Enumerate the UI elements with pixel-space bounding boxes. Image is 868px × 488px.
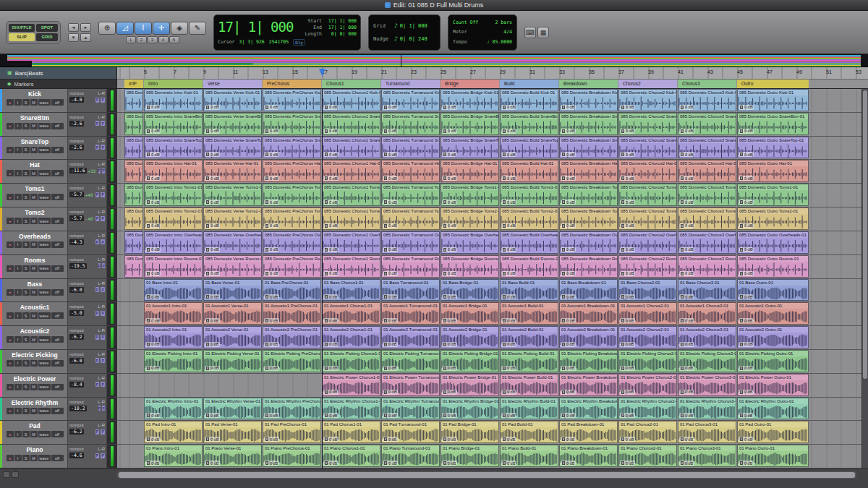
clip-gain-badge[interactable]: 0 dB <box>323 390 339 395</box>
clip-gain-badge[interactable]: 0 dB <box>620 461 635 466</box>
clip-gain-badge[interactable]: 0 dB <box>442 176 457 181</box>
audio-clip[interactable]: 085 Domestic PreChorus SnareBtm-01 0 dB <box>263 113 321 135</box>
clip-gain-badge[interactable]: 0 dB <box>501 105 516 110</box>
track-view-selector[interactable]: wave <box>38 431 51 437</box>
track-header[interactable]: Bass ● I S M wave off <box>0 279 68 302</box>
audio-clip[interactable]: 01 Piano Build-01 0 dB <box>500 445 558 467</box>
audio-clip[interactable]: 01 Acoustic1 Build-01 0 dB <box>500 302 558 325</box>
audio-clip[interactable]: 085 Domestic Verse Toms1-01 0 dB <box>203 184 262 206</box>
clip-gain-badge[interactable]: 0 dB <box>679 271 694 276</box>
audio-clip[interactable]: 085 Domestic Chorus3 Hat-01 0 dB <box>678 160 736 182</box>
track-output-path[interactable]: L-R <box>98 234 105 238</box>
audio-clip[interactable]: 085 Domestic Outro Rooms-01 0 dB <box>737 255 809 278</box>
clip-gain-badge[interactable]: 0 dB <box>323 294 339 299</box>
track-name[interactable]: Acoustic2 <box>2 328 67 335</box>
marker-section[interactable]: Chorus3 <box>678 80 736 88</box>
clip-gain-badge[interactable]: 0 dB <box>205 294 220 299</box>
track-volume-value[interactable]: -10.2 <box>69 406 87 411</box>
track-lane[interactable]: 01 Acoustic2 Intro-01 0 dB 01 Acoustic2 … <box>117 326 868 350</box>
audio-clip[interactable]: 085 Domestic Outro Hat-01 0 dB <box>737 160 809 182</box>
clip-gain-badge[interactable]: 0 dB <box>264 461 279 466</box>
clip-gain-badge[interactable]: 0 dB <box>501 271 516 276</box>
clip-gain-badge[interactable]: 0 dB <box>264 294 279 299</box>
pan-automation-button[interactable]: P <box>101 311 105 316</box>
audio-clip[interactable]: 01 Acoustic1 Intro-01 0 dB <box>144 302 203 325</box>
audio-clip[interactable]: 085 Domestic Bridge Rooms-01 0 dB <box>441 255 499 278</box>
clip-gain-badge[interactable]: 0 dB <box>561 176 576 181</box>
mute-button[interactable]: M <box>30 431 38 437</box>
track-lane[interactable]: 01 Piano Intro-01 0 dB 01 Piano Verse-01… <box>117 445 868 468</box>
clip-gain-badge[interactable]: 0 dB <box>501 461 516 466</box>
clip-gain-badge[interactable]: 0 dB <box>442 152 457 157</box>
track-name[interactable]: Hat <box>2 161 67 168</box>
clip-gain-badge[interactable]: 0 dB <box>383 271 398 276</box>
record-enable-button[interactable]: ● <box>7 170 14 176</box>
clip-gain-badge[interactable]: 0 dB <box>383 437 398 442</box>
audio-clip[interactable]: 01 Electric Picking Breakdown-01 0 dB <box>559 350 618 372</box>
input-monitor-button[interactable]: I <box>14 194 22 200</box>
audio-clip[interactable]: 085 Domestic Chorus1 Hat-01 0 dB <box>322 160 380 182</box>
track-output-path[interactable]: L-R <box>98 257 105 262</box>
track-name[interactable]: Kick <box>2 90 67 98</box>
track-input-path[interactable]: noinput <box>69 400 84 404</box>
grid-view-icon[interactable]: ▦ <box>537 27 549 38</box>
clip-gain-badge[interactable]: 0 dB <box>205 105 220 110</box>
length-value[interactable]: 0| 0| 000 <box>325 31 357 37</box>
track-view-selector[interactable]: wave <box>38 99 51 106</box>
audio-clip[interactable]: 01 Acoustic1 Turnaround-01 0 dB <box>381 302 440 325</box>
start-value[interactable]: 17| 1| 000 <box>325 18 357 24</box>
clip-gain-badge[interactable]: 0 dB <box>620 176 635 181</box>
track-header[interactable]: Rooms ● I S M wave off <box>0 255 68 278</box>
track-lane[interactable]: 085 Domestic IntF Toms2-01 085 Domestic … <box>117 207 868 231</box>
pan-automation-button[interactable]: P <box>95 429 100 435</box>
clip-gain-badge[interactable]: 0 dB <box>442 413 457 418</box>
audio-clip[interactable]: 01 Electric Rhythm Verse-01 0 dB <box>203 398 262 420</box>
clip-gain-badge[interactable]: 0 dB <box>561 437 576 442</box>
pan-automation-button[interactable]: P <box>98 263 101 268</box>
clip-gain-badge[interactable]: 0 dB <box>205 366 220 371</box>
audio-clip[interactable]: 085 Domestic IntF Hat-01 <box>124 160 143 182</box>
input-monitor-button[interactable]: I <box>14 336 22 343</box>
pan-automation-button[interactable]: P <box>102 406 105 411</box>
audio-clip[interactable]: 01 Electric Rhythm Chorus3-01 0 dB <box>678 398 736 420</box>
solo-button[interactable]: S <box>22 455 30 461</box>
automation-mode-button[interactable]: off <box>51 312 64 319</box>
record-enable-button[interactable]: ● <box>7 455 14 461</box>
audio-clip[interactable]: 085 Domestic Verse Overheads-01 0 dB <box>203 231 262 254</box>
record-enable-button[interactable]: ● <box>7 123 14 129</box>
automation-mode-button[interactable]: off <box>51 194 64 200</box>
record-enable-button[interactable]: ● <box>7 336 14 343</box>
track-volume-value[interactable]: -6.2 <box>69 334 84 340</box>
audio-clip[interactable]: 01 Electric Picking Outro-01 0 dB <box>737 350 809 372</box>
track-name[interactable]: SnareTop <box>2 138 67 145</box>
audio-clip[interactable]: 085 Domestic Build Hat-01 0 dB <box>500 160 558 182</box>
clip-gain-badge[interactable]: 0 dB <box>561 342 576 347</box>
marker-section[interactable]: Intro <box>144 80 203 88</box>
record-enable-button[interactable]: ● <box>7 408 14 414</box>
track-input-path[interactable]: noinput <box>69 186 84 190</box>
track-view-selector[interactable]: wave <box>38 241 51 248</box>
record-enable-button[interactable]: ● <box>7 147 14 153</box>
track-output-path[interactable]: L-R <box>98 400 105 404</box>
track-name[interactable]: Electric Rhythm <box>2 399 67 406</box>
solo-button[interactable]: S <box>22 312 30 319</box>
track-view-selector[interactable]: wave <box>38 194 51 200</box>
clip-gain-badge[interactable]: 0 dB <box>442 200 457 205</box>
audio-clip[interactable]: 085 Domestic Verse SnareTop-01 0 dB <box>203 137 262 159</box>
audio-clip[interactable]: 01 Acoustic2 Chorus2-01 0 dB <box>618 326 677 348</box>
track-lane[interactable]: 01 Electric Picking Intro-01 0 dB 01 Ele… <box>117 350 868 374</box>
audio-clip[interactable]: 085 Domestic Verse Rooms-01 0 dB <box>203 255 262 278</box>
pan-automation-button[interactable]: P <box>101 145 105 150</box>
input-monitor-button[interactable]: I <box>14 312 22 319</box>
mute-button[interactable]: M <box>30 336 38 343</box>
clip-gain-badge[interactable]: 0 dB <box>383 105 398 110</box>
clip-gain-badge[interactable]: 0 dB <box>323 247 339 252</box>
audio-clip[interactable]: 01 Bass Chorus2-01 0 dB <box>618 279 677 301</box>
zoom-vertical-out-icon[interactable]: ▼ <box>68 33 79 42</box>
clip-gain-badge[interactable]: 0 dB <box>620 294 635 299</box>
track-header[interactable]: SnareBtm ● I S M wave off <box>0 113 68 136</box>
clip-gain-badge[interactable]: 0 dB <box>145 152 161 157</box>
track-name[interactable]: Electric Power <box>2 375 67 382</box>
pan-automation-button[interactable]: P <box>101 429 105 435</box>
audio-clip[interactable]: 01 Electric Rhythm Outro-01 0 dB <box>737 398 809 420</box>
